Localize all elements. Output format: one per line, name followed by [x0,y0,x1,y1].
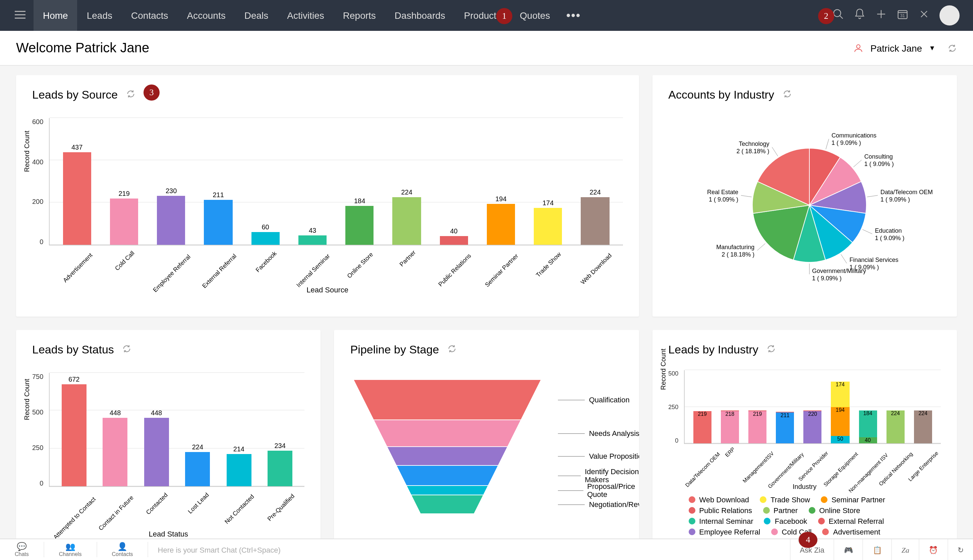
bar-lost-lead[interactable]: 224Lost Lead [177,443,218,486]
bar-contact-in-future[interactable]: 448Contact in Future [95,410,136,486]
card-title: Leads by Industry [668,343,758,357]
bar-government-military[interactable]: 2113Government/Military [771,412,799,443]
funnel-needs-analysis[interactable] [374,420,521,447]
nav-tab-leads[interactable]: Leads [77,0,122,31]
legend-item[interactable]: Web Download [688,496,749,504]
refresh-icon[interactable] [767,344,776,353]
annotation-badge-1: 1 [496,8,512,24]
gamepad-icon[interactable]: 🎮 [834,539,863,560]
legend-item[interactable]: Seminar Partner [821,496,885,504]
x-axis-label: Lead Source [32,286,623,294]
funnel-identify-decision-makers[interactable] [397,465,498,485]
plus-icon[interactable] [875,8,887,23]
bar-facebook[interactable]: 60Facebook [242,223,289,245]
calendar-icon[interactable]: 31 [896,8,909,23]
legend-item[interactable]: Public Relations [688,507,752,514]
legend-item[interactable]: Internal Seminar [688,517,753,525]
avatar[interactable] [940,5,960,25]
bar-external-referral[interactable]: 211External Referral [195,191,242,245]
nav-tab-contacts[interactable]: Contacts [122,0,178,31]
legend-item[interactable]: Employee Referral [688,528,760,536]
card-pipeline-by-stage: Pipeline by Stage QualificationNeeds Ana… [334,330,639,558]
svg-text:Financial Services: Financial Services [849,257,898,263]
funnel-negotiation-review[interactable] [412,495,484,514]
bar-optical-networking[interactable]: 224Optical Networking [881,410,909,443]
bar-public-relations[interactable]: 40Public Relations [430,228,477,245]
dashboard-grid: Leads by Source 3 Record Count 600400200… [0,66,973,560]
legend-item[interactable]: Online Store [808,507,860,514]
funnel-value-proposition[interactable] [387,447,508,465]
welcome-bar: Welcome Patrick Jane Patrick Jane ▼ [0,31,973,66]
nav-tab-activities[interactable]: Activities [278,0,333,31]
funnel-proposal-price-quote[interactable] [407,485,488,495]
nav-tab-dashboards[interactable]: Dashboards [385,0,455,31]
clock-icon[interactable]: ⏰ [919,539,948,560]
bar-internal-seminar[interactable]: 43Internal Seminar [289,227,336,245]
clipboard-icon[interactable]: 📋 [863,539,891,560]
pie-chart: Technology2 ( 18.18% )Communications1 ( … [668,111,941,299]
card-title: Pipeline by Stage [350,343,439,357]
card-accounts-by-industry: Accounts by Industry Technology2 ( 18.18… [652,75,957,317]
svg-text:Manufacturing: Manufacturing [716,244,755,250]
refresh-icon[interactable] [783,89,792,98]
bar-trade-show[interactable]: 174Trade Show [525,199,571,245]
refresh-icon[interactable] [126,89,135,98]
menu-hamburger-icon[interactable] [7,0,33,31]
funnel-qualification[interactable] [354,380,541,420]
svg-text:1 ( 9.09% ): 1 ( 9.09% ) [864,161,893,167]
legend-item[interactable]: Facebook [764,517,807,525]
svg-text:1 ( 9.09% ): 1 ( 9.09% ) [880,196,910,203]
bar-storage-equipment[interactable]: 50194174Storage Equipment [826,382,854,443]
refresh-icon[interactable] [447,344,457,353]
x-axis-label: Lead Status [32,530,305,538]
bar-partner[interactable]: 224Partner [383,188,430,245]
bar-service-provider[interactable]: 2204Service Provider [799,410,826,443]
legend-item[interactable]: Partner [763,507,798,514]
bottom-tab-contacts[interactable]: 👤Contacts [97,542,148,557]
history-icon[interactable]: ↻ [948,539,973,560]
bar-data-telecom-oem[interactable]: 2191Data/Telecom OEM [688,411,716,443]
bar-seminar-partner[interactable]: 194Seminar Partner [477,195,525,245]
nav-tab-deals[interactable]: Deals [235,0,278,31]
bell-icon[interactable] [854,8,866,23]
nav-tab-accounts[interactable]: Accounts [178,0,235,31]
bar-non-management-isv[interactable]: 40184Non-management ISV [854,410,881,443]
nav-tab-quotes[interactable]: Quotes [510,0,559,31]
bar-large-enterprise[interactable]: 224Large Enterprise [909,410,937,443]
bottom-bar: 💬Chats 👥Channels 👤Contacts Here is your … [0,538,973,560]
bar-online-store[interactable]: 184Online Store [336,197,383,245]
bar-web-download[interactable]: 224Web Download [571,188,619,245]
bar-contacted[interactable]: 448Contacted [136,410,177,486]
svg-line-11 [772,147,778,156]
bar-cold-call[interactable]: 219Cold Call [101,190,148,245]
refresh-icon[interactable] [948,43,957,53]
refresh-icon[interactable] [122,344,132,353]
bar-not-contacted[interactable]: 214Not Contacted [218,445,260,486]
bar-attempted-to-contact[interactable]: 672Attempted to Contact [53,375,95,486]
tools-icon[interactable] [918,8,930,23]
legend-item[interactable]: Trade Show [760,496,810,504]
bar-erp[interactable]: 2184ERP [716,410,744,443]
legend-item[interactable]: External Referral [818,517,884,525]
svg-text:1 ( 9.09% ): 1 ( 9.09% ) [708,196,738,203]
legend-item[interactable]: Advertisement [823,528,880,536]
bar-management-isv[interactable]: 2195Management/ISV [744,410,771,443]
nav-more-icon[interactable]: ••• [560,8,588,22]
nav-tab-home[interactable]: Home [33,0,77,31]
bar-employee-referral[interactable]: 230Employee Referral [148,187,195,245]
svg-text:Education: Education [875,227,901,234]
svg-line-14 [825,139,828,149]
bar-advertisement[interactable]: 437Advertisement [53,143,101,245]
za-icon[interactable]: Za [891,539,919,560]
bar-pre-qualified[interactable]: 234Pre-Qualified [260,442,301,486]
bottom-tab-chats[interactable]: 💬Chats [0,542,44,557]
annotation-badge-3: 3 [143,85,160,101]
bottom-tab-channels[interactable]: 👥Channels [44,542,97,557]
page-title: Welcome Patrick Jane [16,40,149,56]
y-axis-label: Record Count [659,349,666,390]
user-name[interactable]: Patrick Jane [870,43,922,53]
smart-chat-input[interactable]: Here is your Smart Chat (Ctrl+Space) [148,546,790,553]
chevron-down-icon[interactable]: ▼ [929,44,935,52]
svg-text:1 ( 9.09% ): 1 ( 9.09% ) [875,235,904,242]
nav-tab-reports[interactable]: Reports [333,0,385,31]
